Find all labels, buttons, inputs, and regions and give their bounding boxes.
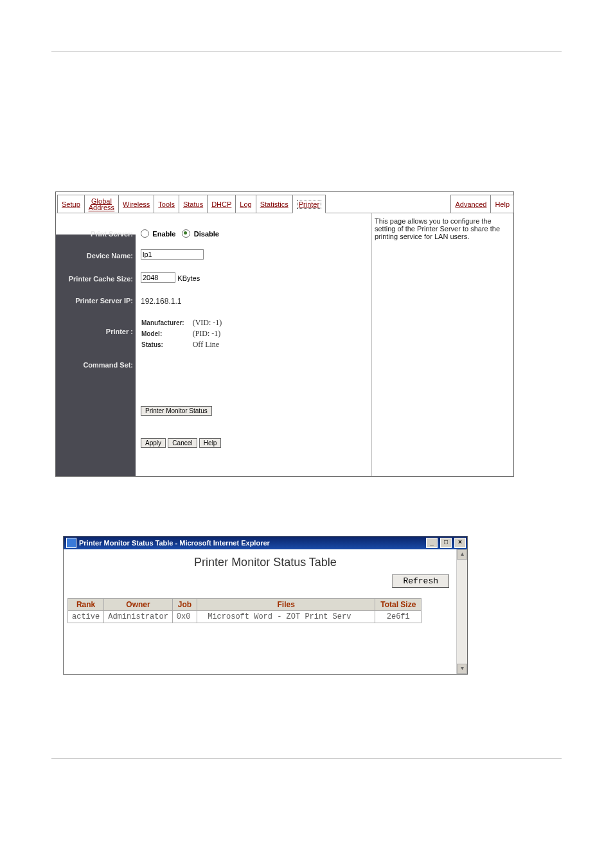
label-model: Model: [141, 328, 185, 339]
col-files: Files [197, 599, 375, 611]
label-device-name: Device Name: [56, 252, 133, 260]
scroll-up-button[interactable]: ▴ [457, 549, 467, 560]
label-printer: Printer : [56, 328, 133, 335]
ie-icon [66, 538, 76, 548]
tab-tools[interactable]: Tools [154, 195, 179, 213]
tab-status[interactable]: Status [179, 195, 208, 213]
refresh-button[interactable]: Refresh [392, 574, 449, 588]
tab-wireless[interactable]: Wireless [118, 195, 154, 213]
window-close-button[interactable]: × [454, 538, 466, 548]
radio-enable-label: Enable [152, 230, 175, 238]
cell-total-size: 2e6f1 [375, 611, 422, 623]
label-command-set: Command Set: [56, 361, 133, 369]
rule-bottom [51, 758, 562, 759]
col-owner: Owner [104, 599, 173, 611]
value-model: (PID: -1) [185, 328, 223, 339]
scrollbar[interactable]: ▴ ▾ [456, 549, 467, 674]
tab-log[interactable]: Log [235, 195, 256, 213]
radio-enable[interactable] [141, 229, 149, 238]
col-job: Job [172, 599, 197, 611]
tab-setup[interactable]: Setup [57, 195, 85, 213]
window-maximize-button[interactable]: □ [440, 538, 452, 548]
cell-owner: Administrator [104, 611, 173, 623]
help-panel: This page allows you to configure the se… [371, 213, 513, 476]
window-minimize-button[interactable]: _ [426, 538, 438, 548]
help-text: This page allows you to configure the se… [375, 217, 500, 240]
value-status: Off Line [185, 339, 223, 350]
button-printer-monitor-status[interactable]: Printer Monitor Status [141, 406, 212, 416]
monitor-page-title: Printer Monitor Status Table [64, 549, 467, 569]
label-print-server: Print Server: [56, 230, 133, 238]
label-column [56, 235, 136, 476]
tab-statistics[interactable]: Statistics [256, 195, 293, 213]
label-status: Status: [141, 339, 185, 350]
input-cache-size[interactable] [141, 272, 175, 283]
window-titlebar: Printer Monitor Status Table - Microsoft… [64, 536, 467, 549]
cell-files: Microsoft Word - ZOT Print Serv [197, 611, 375, 623]
cell-job: 0x0 [172, 611, 197, 623]
cell-rank: active [68, 611, 104, 623]
radio-disable[interactable] [182, 229, 190, 238]
col-rank: Rank [68, 599, 104, 611]
tab-help[interactable]: Help [490, 195, 514, 213]
label-kbytes: KBytes [177, 274, 200, 282]
label-server-ip: Printer Server IP: [56, 297, 133, 305]
status-table: Rank Owner Job Files Total Size active A… [67, 598, 422, 623]
value-server-ip: 192.168.1.1 [141, 297, 371, 306]
radio-disable-label: Disable [194, 230, 219, 238]
value-manufacturer: (VID: -1) [185, 317, 223, 328]
tab-dhcp[interactable]: DHCP [207, 195, 236, 213]
button-cancel[interactable]: Cancel [168, 438, 197, 448]
monitor-status-window: Printer Monitor Status Table - Microsoft… [63, 536, 468, 675]
col-total-size: Total Size [375, 599, 422, 611]
rule-top [51, 51, 562, 52]
button-apply[interactable]: Apply [141, 438, 166, 448]
scroll-down-button[interactable]: ▾ [457, 664, 467, 674]
printer-settings-panel: Setup GlobalAddress Wireless Tools Statu… [55, 191, 514, 477]
input-device-name[interactable] [141, 249, 204, 260]
table-header-row: Rank Owner Job Files Total Size [68, 599, 422, 611]
window-title: Printer Monitor Status Table - Microsoft… [79, 539, 270, 547]
label-cache-size: Printer Cache Size: [56, 275, 133, 283]
tab-printer[interactable]: Printer [292, 195, 326, 213]
label-manufacturer: Manufacturer: [141, 317, 185, 328]
tab-global-address[interactable]: GlobalAddress [84, 195, 119, 213]
tab-bar: Setup GlobalAddress Wireless Tools Statu… [56, 192, 513, 213]
button-help[interactable]: Help [199, 438, 222, 448]
table-row: active Administrator 0x0 Microsoft Word … [68, 611, 422, 623]
tab-advanced[interactable]: Advanced [450, 195, 491, 213]
